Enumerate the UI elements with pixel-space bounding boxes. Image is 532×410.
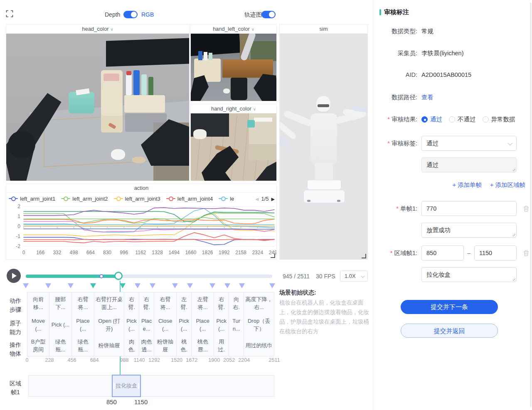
segment-cell[interactable]: 桃色唇...	[192, 336, 214, 356]
segment-cell[interactable]: 用过的纸巾	[244, 336, 274, 356]
segment-cell[interactable]: 右臂打开桌面上...	[94, 292, 124, 315]
timeline-marker[interactable]	[224, 283, 230, 288]
segment-cell[interactable]: 高度下降，右...	[244, 292, 274, 315]
legend-item[interactable]: left_arm_joint2	[61, 196, 108, 202]
legend-item[interactable]: left_arm_joint1	[9, 196, 55, 202]
segment-cell[interactable]: Place (...	[192, 314, 214, 336]
segment-cell[interactable]: 腰部下...	[49, 292, 72, 315]
legend-item[interactable]: left_arm_joint3	[114, 196, 160, 202]
trajectory-toggle[interactable]	[261, 11, 276, 18]
review-result-radio[interactable]: 通过	[421, 115, 442, 123]
hand-left-camera-title[interactable]: hand_left_color∨	[191, 25, 276, 34]
view-data-path-link[interactable]: 查看	[421, 93, 433, 101]
legend-prev-icon[interactable]	[255, 196, 259, 202]
segment-cell[interactable]: Move (...	[27, 314, 49, 336]
timeline-marker[interactable]	[239, 283, 245, 288]
segment-cell[interactable]: B户型房间	[27, 336, 49, 356]
radio-icon	[421, 116, 428, 123]
legend-next-icon[interactable]	[271, 196, 275, 202]
segment-cell[interactable]: 右臂.	[139, 292, 154, 315]
delete-region-frame-icon[interactable]	[523, 250, 530, 257]
review-tag-select[interactable]: 通过	[421, 136, 517, 151]
single-frame-note[interactable]: 放置成功	[421, 223, 517, 238]
add-region-frame-link[interactable]: + 添加区域帧	[490, 181, 525, 189]
segment-cell[interactable]: 右臂.	[124, 292, 139, 315]
segment-cell[interactable]: Drop（丢下）	[244, 314, 274, 336]
submit-next-button[interactable]: 提交并下一条	[401, 300, 498, 314]
hand-left-camera-panel: hand_left_color∨	[190, 24, 277, 101]
region-start-input[interactable]	[421, 246, 464, 260]
segment-cell-text: 左臂.	[178, 296, 190, 312]
segment-cell[interactable]: 向右.	[229, 292, 244, 315]
panel-scrollbar[interactable]	[530, 2, 532, 408]
timeline-marker[interactable]	[120, 283, 126, 288]
add-frame-links: + 添加单帧 + 添加区域帧	[379, 181, 525, 189]
segment-cell[interactable]: 向前移...	[27, 292, 49, 315]
timeline-marker[interactable]	[269, 283, 275, 288]
segment-cell[interactable]: 肉色.	[124, 336, 139, 356]
segment-cell[interactable]: 用过.	[214, 336, 229, 356]
radio-label: 不通过	[458, 115, 476, 123]
region-frame-highlight[interactable]: 拉化妆盒	[112, 375, 141, 397]
region-frame-note[interactable]: 拉化妆盒	[421, 267, 517, 282]
head-camera-title[interactable]: head_color∨	[6, 25, 189, 34]
segment-cell[interactable]: Pick (...	[49, 314, 72, 336]
field-label: 单帧1:	[379, 205, 417, 213]
segment-cell[interactable]: Place...	[139, 314, 154, 336]
segment-cell[interactable]: 肉色透...	[139, 336, 154, 356]
sim-robot-column	[315, 163, 333, 181]
x-tick-label: 1992	[219, 250, 230, 255]
segment-cell[interactable]: Pick (...	[177, 314, 192, 336]
timeline-marker[interactable]	[150, 283, 155, 288]
segment-cell[interactable]	[229, 336, 244, 356]
timeline-marker[interactable]	[45, 283, 51, 288]
segment-cell[interactable]: 左臂将...	[192, 292, 214, 315]
resize-corner-icon[interactable]	[271, 253, 275, 258]
play-button[interactable]	[7, 269, 21, 283]
region-end-input[interactable]	[474, 246, 517, 260]
single-frame-dot[interactable]	[99, 274, 103, 278]
segment-cell[interactable]: 粉饼抽屉	[94, 336, 124, 356]
fullscreen-icon[interactable]	[6, 10, 13, 17]
sim-panel-title[interactable]: sim	[280, 25, 367, 34]
ruler-tick-label: 0	[26, 357, 29, 363]
region-right-handle[interactable]	[138, 383, 139, 389]
region-frame-track[interactable]: 拉化妆盒	[28, 375, 274, 397]
segment-cell[interactable]: 桃色.	[177, 336, 192, 356]
segment-cell[interactable]: 右臂.	[214, 292, 229, 315]
segment-cell[interactable]: 绿色瓶...	[49, 336, 72, 356]
timeline-marker[interactable]	[187, 283, 193, 288]
legend-item[interactable]: left_arm_joint4	[166, 196, 213, 202]
segment-cell[interactable]: 右臂将...	[72, 292, 94, 315]
resize-corner-icon[interactable]	[362, 254, 366, 258]
region-left-handle[interactable]	[113, 383, 115, 389]
segment-cell[interactable]: Turn...	[229, 314, 244, 336]
review-tag-note[interactable]: 通过	[421, 157, 517, 172]
segment-cell[interactable]: 绿色瓶...	[72, 336, 94, 356]
segment-cell[interactable]: Place (...	[72, 314, 94, 336]
timeline-marker[interactable]	[90, 283, 96, 288]
segment-cell[interactable]: 右臂将...	[154, 292, 177, 315]
timeline-marker[interactable]	[23, 283, 29, 288]
timeline-marker[interactable]	[135, 283, 140, 288]
segment-cell[interactable]: Open (打开)	[94, 314, 124, 336]
timeline-slider-handle[interactable]	[114, 272, 123, 280]
timeline-marker[interactable]	[68, 283, 74, 288]
single-frame-input[interactable]	[421, 201, 517, 216]
review-result-radio[interactable]: 异常数据	[483, 115, 515, 123]
delete-single-frame-icon[interactable]	[523, 205, 530, 212]
segment-cell[interactable]: Pick (...	[214, 314, 229, 336]
timeline-marker[interactable]	[209, 283, 215, 288]
submit-back-button[interactable]: 提交并返回	[401, 324, 498, 338]
segment-cell[interactable]: 粉饼抽屉	[154, 336, 177, 356]
segment-cell[interactable]: 左臂.	[177, 292, 192, 315]
segment-cell[interactable]: Pick (...	[124, 314, 139, 336]
segment-cell[interactable]: Close (...	[154, 314, 177, 336]
hand-right-camera-title[interactable]: hand_right_color∨	[191, 104, 276, 113]
timeline-marker[interactable]	[172, 283, 178, 288]
speed-select[interactable]: 1.0X	[340, 270, 368, 282]
legend-item[interactable]: le	[219, 196, 234, 202]
add-single-frame-link[interactable]: + 添加单帧	[453, 181, 482, 189]
review-result-radio[interactable]: 不通过	[449, 115, 476, 123]
depth-rgb-toggle[interactable]	[123, 11, 138, 18]
